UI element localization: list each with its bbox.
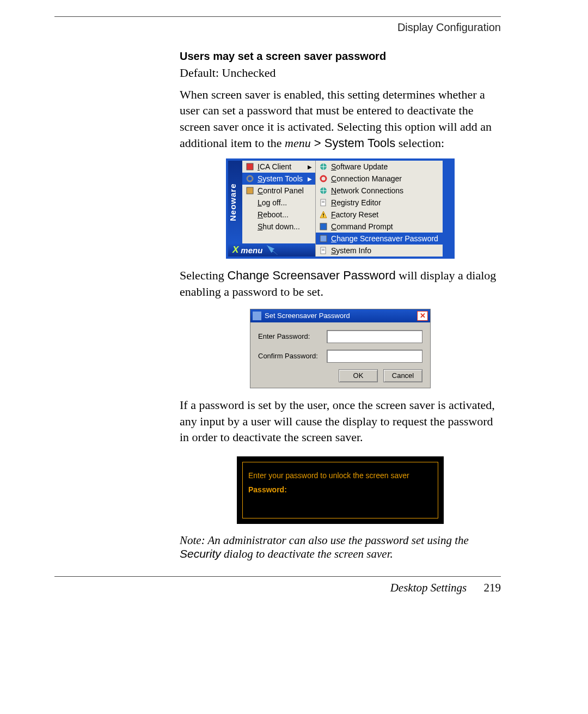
left-menu-label-2: Control Panel [258,186,304,195]
dialog-title-icon [253,312,261,320]
left-menu-item-2[interactable]: Control Panel [242,185,315,197]
svg-rect-8 [322,202,324,203]
header-section-label: Display Configuration [54,21,501,34]
confirm-password-input[interactable] [327,350,422,363]
left-menu-item-0[interactable]: ICA Client▶ [242,161,315,173]
left-menu-item-4[interactable]: Reboot... [242,209,315,221]
para2-a: Selecting [180,268,227,282]
default-line: Default: Unchecked [180,65,501,81]
right-menu-item-3[interactable]: Registry Editor [316,197,443,209]
cancel-button[interactable]: Cancel [383,369,422,382]
paragraph-1: When screen saver is enabled, this setti… [180,87,501,151]
right-menu-label-7: System Info [331,246,371,255]
right-menu-icon-6 [319,234,328,243]
footer-chapter: Desktop Settings [390,581,467,594]
dialog-close-button[interactable]: ✕ [417,311,428,321]
note-a: Note: An administrator can also use the … [180,534,469,547]
menu-footer-label: menu [241,246,262,255]
left-menu-label-0: ICA Client [258,162,291,171]
para2-cmd: Change Screensaver Password [227,268,395,282]
enter-password-input[interactable] [327,330,422,343]
note-security: Security [180,547,221,560]
svg-point-1 [247,176,253,181]
submenu-arrow-icon: ▶ [308,164,312,170]
set-password-dialog: Set Screensaver Password ✕ Enter Passwor… [250,309,431,388]
para1-gt: > [311,136,324,150]
right-menu-icon-1 [319,174,328,183]
paragraph-3: If a password is set by the user, once t… [180,397,501,446]
ok-button[interactable]: OK [339,369,378,382]
svg-rect-13 [320,235,327,242]
right-menu-item-5[interactable]: Command Prompt [316,221,443,233]
right-menu-icon-7 [319,246,328,255]
right-menu-label-0: Software Update [331,162,388,171]
right-menu-label-1: Connection Manager [331,174,402,183]
unlock-screenshot: Enter your password to unlock the screen… [237,456,444,524]
paragraph-2: Selecting Change Screensaver Password wi… [180,267,501,300]
left-menu-icon-5 [246,222,254,231]
right-menu-item-4[interactable]: Factory Reset [316,209,443,221]
unlock-password-label: Password: [248,485,432,494]
svg-rect-16 [322,250,324,251]
menu-footer-pointer-icon [267,245,278,255]
para1-tail: selection: [395,136,444,150]
dialog-titlebar: Set Screensaver Password ✕ [250,309,430,322]
svg-rect-0 [247,163,253,170]
note-paragraph: Note: An administrator can also use the … [180,534,501,561]
enter-password-label: Enter Password: [258,332,321,340]
svg-rect-11 [323,216,323,217]
footer-page-number: 219 [484,581,501,594]
right-menu-item-1[interactable]: Connection Manager [316,173,443,185]
left-menu-label-3: Log off... [258,198,287,207]
left-menu-label-1: System Tools [258,174,303,183]
right-menu-icon-3 [319,198,328,207]
right-menu-item-2[interactable]: Network Connections [316,185,443,197]
svg-rect-10 [323,213,323,216]
left-menu-icon-3 [246,198,254,207]
submenu-arrow-icon: ▶ [308,176,312,182]
left-menu-icon-2 [246,186,254,195]
menu-screenshot: Neoware ICA Client▶System Tools▶Control … [226,158,455,259]
unlock-message: Enter your password to unlock the screen… [248,471,432,480]
confirm-password-label: Confirm Password: [258,352,321,360]
left-menu-label-5: Shut down... [258,222,300,231]
right-menu-label-6: Change Screensaver Password [331,234,438,243]
note-b: dialog to deactivate the screen saver. [221,547,393,560]
right-menu-item-6[interactable]: Change Screensaver Password [316,233,443,245]
right-menu-item-7[interactable]: System Info [316,245,443,257]
svg-rect-7 [322,201,324,202]
right-menu-icon-4 [319,210,328,219]
menu-brand-strip: Neoware [228,161,242,243]
right-menu-icon-0 [319,162,328,171]
left-menu-icon-1 [246,174,254,183]
section-title: Users may set a screen saver password [180,50,501,63]
right-menu-label-3: Registry Editor [331,198,381,207]
svg-point-4 [321,176,326,181]
left-menu-label-4: Reboot... [258,210,289,219]
para1-system-tools: System Tools [324,136,395,150]
right-menu-icon-5 [319,222,328,231]
menu-footer-x-icon: X [232,245,238,255]
right-menu-label-4: Factory Reset [331,210,378,219]
right-menu-label-5: Command Prompt [331,222,393,231]
right-menu-label-2: Network Connections [331,186,403,195]
left-menu-item-5[interactable]: Shut down... [242,221,315,233]
svg-rect-15 [322,249,324,249]
left-menu-icon-0 [246,162,254,171]
svg-rect-12 [320,223,327,230]
para1-menu-word: menu [285,136,311,150]
page-footer: Desktop Settings 219 [54,581,501,595]
right-menu-item-0[interactable]: Software Update [316,161,443,173]
left-menu-item-1[interactable]: System Tools▶ [242,173,315,185]
svg-rect-2 [247,187,253,194]
right-menu-icon-2 [319,186,328,195]
dialog-title-text: Set Screensaver Password [265,312,350,320]
left-menu-item-3[interactable]: Log off... [242,197,315,209]
left-menu-icon-4 [246,210,254,219]
menu-footer-bar: X menu [228,243,315,257]
